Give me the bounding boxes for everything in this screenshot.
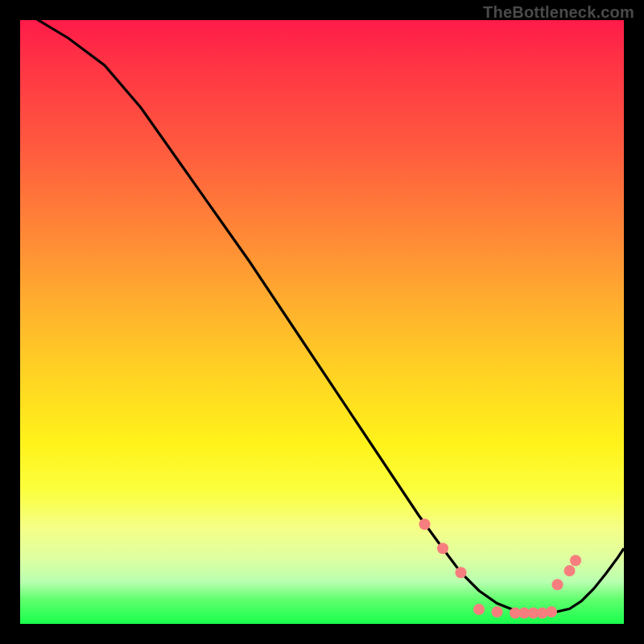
bottleneck-curve-chart [20,20,624,624]
chart-frame: TheBottleneck.com [0,0,644,644]
marker-point [492,606,503,617]
watermark-text: TheBottleneck.com [483,3,634,22]
marker-point [437,543,448,554]
marker-point [552,579,564,590]
marker-point [456,567,467,578]
bottleneck-curve [20,20,624,613]
marker-point [473,604,485,615]
marker-point [546,606,557,617]
marker-point [564,565,576,576]
marker-point [419,518,431,530]
plot-area [20,20,624,624]
marker-point [570,555,581,566]
